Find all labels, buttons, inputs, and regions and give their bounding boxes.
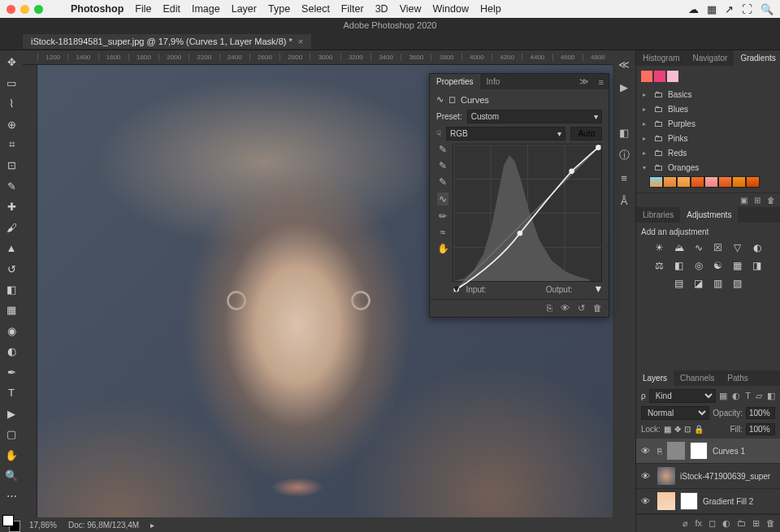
new-layer-icon[interactable]: ⊞ (752, 518, 760, 529)
link-layers-icon[interactable]: ⌀ (682, 518, 688, 529)
hand-tool[interactable]: ✋ (2, 446, 20, 463)
new-item-icon[interactable]: ⊞ (754, 196, 760, 205)
adj-posterize-icon[interactable]: ▤ (672, 277, 687, 290)
zoom-tool[interactable]: 🔍 (2, 467, 20, 484)
adj-channel-mixer-icon[interactable]: ☯ (711, 259, 726, 272)
fill-input[interactable] (746, 423, 775, 435)
layer-mask-thumbnail[interactable] (680, 492, 698, 510)
shape-tool[interactable]: ▢ (2, 426, 20, 443)
layer-fx-icon[interactable]: fx (695, 518, 702, 529)
white-eyedropper-icon[interactable]: ✎ (439, 176, 447, 188)
window-traffic-lights[interactable] (6, 5, 43, 14)
tab-layers[interactable]: Layers (636, 370, 674, 386)
panel-icon-1[interactable]: ◧ (617, 125, 631, 140)
move-tool[interactable]: ✥ (2, 54, 20, 71)
menu-layer[interactable]: Layer (232, 3, 257, 15)
layer-thumbnail[interactable] (657, 492, 675, 510)
share-icon[interactable]: ↗ (725, 3, 734, 15)
visibility-icon[interactable]: 👁 (641, 471, 652, 481)
add-mask-icon[interactable]: ◻ (708, 518, 716, 529)
path-select-tool[interactable]: ▶ (2, 404, 20, 422)
toggle-visibility-icon[interactable]: 👁 (561, 303, 570, 314)
layer-thumbnail[interactable] (657, 467, 675, 485)
adj-color-lookup-icon[interactable]: ▦ (730, 259, 745, 272)
menu-type[interactable]: Type (268, 3, 290, 15)
menu-help[interactable]: Help (480, 3, 501, 15)
zoom-level[interactable]: 17,86% (29, 521, 57, 530)
reset-icon[interactable]: ↺ (578, 303, 585, 314)
menu-filter[interactable]: Filter (341, 3, 364, 15)
menu-window[interactable]: Window (433, 3, 469, 15)
pen-tool[interactable]: ✒ (2, 364, 20, 381)
adj-threshold-icon[interactable]: ◪ (691, 277, 706, 290)
history-brush-tool[interactable]: ↺ (2, 260, 20, 277)
folder-basics[interactable]: ▸🗀Basics (641, 87, 775, 102)
dodge-tool[interactable]: ◐ (2, 343, 20, 360)
crop-tool[interactable]: ⌗ (2, 136, 20, 154)
adj-vibrance-icon[interactable]: ▽ (730, 241, 745, 254)
layer-item-curves1[interactable]: 👁 ⎘ Curves 1 (636, 439, 780, 464)
pencil-edit-icon[interactable]: ✏ (439, 210, 447, 222)
close-icon[interactable]: × (298, 37, 303, 46)
menu-edit[interactable]: Edit (162, 3, 180, 15)
tab-paths[interactable]: Paths (721, 370, 755, 386)
link-icon[interactable]: ⎘ (657, 447, 662, 456)
layer-name[interactable]: Curves 1 (713, 447, 775, 456)
eraser-tool[interactable]: ◧ (2, 281, 20, 298)
blend-mode-select[interactable]: Normal (641, 406, 709, 420)
layer-thumbnail[interactable] (667, 442, 685, 460)
panel-icon-4[interactable]: Å (617, 193, 631, 208)
channel-select[interactable]: RGB▾ (446, 127, 566, 141)
frame-tool[interactable]: ⊡ (2, 157, 20, 174)
smooth-icon[interactable]: ≈ (440, 227, 446, 238)
filter-adj-icon[interactable]: ◐ (732, 391, 740, 401)
lock-all-icon[interactable]: 🔒 (694, 425, 704, 434)
new-fill-adj-icon[interactable]: ◐ (722, 518, 730, 529)
adj-selective-icon[interactable]: ▨ (730, 277, 745, 290)
filter-pixel-icon[interactable]: ▦ (719, 391, 727, 401)
layer-item-istock[interactable]: 👁 iStock-471900639_super (636, 464, 780, 489)
chat-icon[interactable]: ▦ (707, 3, 717, 15)
adj-photo-filter-icon[interactable]: ◎ (691, 259, 706, 272)
gray-eyedropper-icon[interactable]: ✎ (439, 160, 447, 171)
layer-item-gradfill[interactable]: 👁 Gradient Fill 2 (636, 489, 780, 514)
menu-image[interactable]: Image (192, 3, 220, 15)
panel-icon-3[interactable]: ≡ (617, 171, 631, 185)
healing-tool[interactable]: ✚ (2, 198, 20, 215)
folder-reds[interactable]: ▸🗀Reds (641, 145, 775, 160)
properties-panel[interactable]: Properties Info ≫ ≡ ∿ ◻ Curves Preset: C… (429, 73, 609, 318)
tab-histogram[interactable]: Histogram (636, 50, 687, 66)
curves-graph[interactable] (453, 144, 602, 282)
edit-toolbar[interactable]: ⋯ (2, 487, 20, 504)
tab-properties[interactable]: Properties (430, 74, 480, 89)
search-icon[interactable]: 🔍 (760, 3, 774, 15)
stamp-tool[interactable]: ▲ (2, 240, 20, 257)
trash-icon[interactable]: 🗑 (593, 303, 602, 314)
tab-adjustments[interactable]: Adjustments (680, 207, 738, 223)
tab-navigator[interactable]: Navigator (687, 50, 734, 66)
preset-select[interactable]: Custom▾ (467, 110, 602, 123)
quick-select-tool[interactable]: ⊕ (2, 115, 20, 132)
adj-exposure-icon[interactable]: ☒ (711, 241, 726, 254)
app-menu[interactable]: Photoshop (71, 3, 124, 15)
curve-edit-icon[interactable]: ∿ (437, 192, 448, 205)
expand-panels-icon[interactable]: ≪ (617, 57, 631, 71)
folder-blues[interactable]: ▸🗀Blues (641, 102, 775, 116)
visibility-icon[interactable]: 👁 (641, 446, 652, 456)
cloud-icon[interactable]: ☁ (688, 3, 699, 15)
layer-name[interactable]: Gradient Fill 2 (703, 497, 775, 506)
hand-tool-icon[interactable]: ✋ (437, 243, 449, 254)
adj-curves-icon[interactable]: ∿ (691, 241, 706, 254)
new-group-icon[interactable]: 🗀 (737, 518, 746, 529)
tab-libraries[interactable]: Libraries (636, 207, 680, 223)
layer-kind-filter[interactable]: Kind (649, 389, 717, 403)
folder-oranges[interactable]: ▾🗀Oranges (641, 160, 775, 175)
mask-icon[interactable]: ◻ (448, 94, 456, 105)
lock-artboard-icon[interactable]: ⊡ (684, 425, 691, 434)
trash-icon[interactable]: 🗑 (767, 196, 775, 205)
clip-to-layer-icon[interactable]: ⎘ (547, 303, 552, 314)
menu-file[interactable]: File (135, 3, 151, 15)
filter-shape-icon[interactable]: ▱ (756, 391, 762, 401)
type-tool[interactable]: T (2, 384, 20, 401)
visibility-icon[interactable]: 👁 (641, 496, 652, 506)
